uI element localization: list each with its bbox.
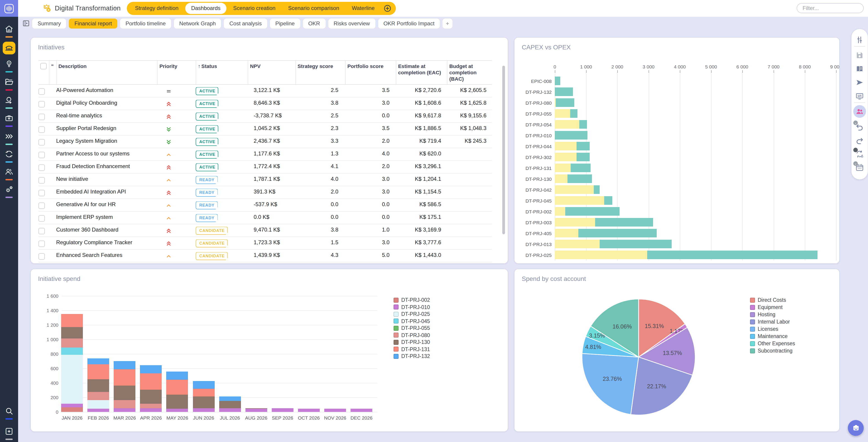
table-row[interactable]: Regulatory Compliance TrackerCANDIDATE1,…: [38, 237, 492, 250]
legend-item[interactable]: Equipment: [750, 304, 783, 310]
legend-item[interactable]: Direct Costs: [750, 297, 786, 303]
sidebar-item-refresh[interactable]: [0, 149, 18, 163]
initiative-description[interactable]: Regulatory Compliance Tracker: [56, 237, 157, 249]
row-checkbox[interactable]: [38, 152, 45, 158]
legend-item[interactable]: Maintenance: [750, 333, 787, 339]
stacked-bar[interactable]: [555, 196, 612, 205]
app-logo[interactable]: [0, 0, 18, 17]
row-checkbox[interactable]: [38, 215, 45, 222]
table-row[interactable]: Embedded AI Integration APIREADY391.3 K$…: [38, 186, 492, 199]
initiative-description[interactable]: Generative AI for our HR: [56, 199, 157, 211]
toolbar-sliders-icon[interactable]: [855, 35, 864, 45]
pie-slice-licenses[interactable]: [582, 353, 639, 414]
workspace-tab-strategy-definition[interactable]: Strategy definition: [129, 3, 184, 14]
initiative-description[interactable]: Enhanced Search Features: [56, 250, 157, 262]
sidebar-item-briefcase[interactable]: [0, 114, 18, 127]
initiative-description[interactable]: Digital Policy Onboarding: [56, 98, 157, 110]
sidebar-item-gears[interactable]: [0, 185, 18, 198]
initiative-description[interactable]: Customer 360 Dashboard: [56, 225, 157, 237]
row-checkbox[interactable]: [38, 228, 45, 234]
row-checkbox[interactable]: [38, 203, 45, 209]
collapse-panel-icon[interactable]: [22, 20, 30, 27]
table-row[interactable]: Implement ERP systemREADY0.0 K$0.00.0K$ …: [38, 212, 492, 225]
select-all-checkbox[interactable]: [40, 63, 46, 69]
row-checkbox[interactable]: [38, 165, 45, 171]
row-checkbox[interactable]: [38, 89, 45, 95]
table-row[interactable]: Digital Policy OnboardingACTIVE8,646.3 K…: [38, 98, 492, 110]
row-checkbox[interactable]: [38, 177, 45, 184]
workspace-tab-scenario-creation[interactable]: Scenario creation: [227, 3, 281, 14]
stacked-bar[interactable]: [555, 153, 590, 161]
stacked-bar[interactable]: [555, 131, 588, 140]
table-row[interactable]: Customer 360 DashboardCANDIDATE9,470.1 K…: [38, 225, 492, 237]
initiative-description[interactable]: Real-time analytics: [56, 110, 157, 123]
column-header-Budget at completion (BAC)[interactable]: Budget at completion (BAC): [447, 61, 492, 85]
filter-input[interactable]: [797, 3, 864, 13]
assistant-fab[interactable]: [848, 420, 864, 436]
legend-item[interactable]: DT-PRJ-080: [394, 332, 430, 338]
sidebar-item-home[interactable]: [0, 25, 18, 38]
initiative-description[interactable]: Embedded AI Integration API: [56, 186, 157, 199]
toolbar-people-icon[interactable]: [855, 107, 864, 116]
toolbar-redo-icon[interactable]: [855, 136, 864, 145]
stacked-bar[interactable]: [555, 251, 817, 259]
workspace-chevron-down-icon[interactable]: [112, 4, 120, 12]
table-row[interactable]: Legacy System MigrationACTIVE2,436.7 K$3…: [38, 136, 492, 148]
sidebar-item-search[interactable]: [0, 407, 18, 419]
stacked-bar[interactable]: [555, 142, 589, 150]
workspace-tab-waterline[interactable]: Waterline: [346, 3, 381, 14]
table-row[interactable]: Fraud Detection EnhancementACTIVE1,772.4…: [38, 161, 492, 174]
stacked-bar[interactable]: [555, 164, 590, 172]
stacked-bar[interactable]: [555, 229, 657, 237]
sidebar-item-folder-open[interactable]: [0, 78, 18, 91]
legend-item[interactable]: DT-PRJ-132: [394, 353, 430, 359]
table-row[interactable]: Generative AI for our HRREADY-537.9 K$0.…: [38, 199, 492, 212]
stacked-bar[interactable]: [555, 185, 600, 194]
column-header-Estimate at completion (EAC)[interactable]: Estimate at completion (EAC): [396, 61, 447, 85]
toolbar-book-icon[interactable]: [855, 64, 864, 73]
column-header-NPV[interactable]: NPV: [248, 61, 295, 85]
row-checkbox[interactable]: [38, 114, 45, 120]
add-dashboard-tab-icon[interactable]: [443, 19, 453, 29]
initiative-description[interactable]: Embedded Logistics Pilot: [56, 263, 157, 264]
column-header-Portfolio score[interactable]: Portfolio score: [345, 61, 396, 85]
stacked-bar[interactable]: [555, 109, 577, 118]
initiative-description[interactable]: Implement ERP system: [56, 212, 157, 224]
table-row[interactable]: Supplier Portal RedesignACTIVE1,045.2 K$…: [38, 123, 492, 136]
dashboard-tab-okr-portfolio-impact[interactable]: OKR Portfolio Impact: [378, 19, 440, 29]
stacked-bar[interactable]: [555, 240, 672, 248]
legend-item[interactable]: Subcontracting: [750, 348, 793, 353]
sidebar-item-lightbulb[interactable]: [0, 59, 18, 72]
initiative-description[interactable]: Partner Access to our systems: [56, 148, 157, 160]
legend-item[interactable]: Hosting: [750, 312, 775, 317]
row-checkbox[interactable]: [38, 101, 45, 108]
dashboard-tab-risks-overview[interactable]: Risks overview: [328, 19, 375, 29]
initiative-description[interactable]: Supplier Portal Redesign: [56, 123, 157, 135]
stacked-bar[interactable]: [555, 207, 620, 216]
sidebar-item-portfolio-strategy[interactable]: [0, 42, 18, 54]
initiative-description[interactable]: Fraud Detection Enhancement: [56, 161, 157, 173]
row-checkbox[interactable]: [38, 127, 45, 133]
legend-item[interactable]: Other Expenses: [750, 341, 795, 346]
dashboard-tab-cost-analysis[interactable]: Cost analysis: [224, 19, 267, 29]
stacked-bar[interactable]: [555, 120, 587, 129]
stacked-bar[interactable]: [555, 218, 653, 227]
initiative-description[interactable]: New initiative: [56, 174, 157, 186]
table-row[interactable]: Enhanced Search FeaturesCANDIDATE1,439.9…: [38, 250, 492, 263]
legend-item[interactable]: DT-PRJ-045: [394, 318, 430, 324]
row-checkbox[interactable]: [38, 139, 45, 146]
initiative-description[interactable]: AI-Powered Automation: [56, 85, 157, 97]
dashboard-tab-pipeline[interactable]: Pipeline: [270, 19, 300, 29]
legend-item[interactable]: Licenses: [750, 326, 778, 332]
sidebar-item-people[interactable]: [0, 167, 18, 180]
legend-item[interactable]: DT-PRJ-010: [394, 304, 430, 310]
table-scrollbar[interactable]: [502, 66, 505, 234]
row-checkbox[interactable]: [38, 254, 45, 260]
dashboard-tab-financial-report[interactable]: Financial report: [69, 19, 117, 29]
legend-item[interactable]: DT-PRJ-002: [394, 297, 430, 303]
workspace-tab-scenario-comparison[interactable]: Scenario comparison: [282, 3, 345, 14]
column-header-Description[interactable]: Description: [56, 61, 157, 85]
stacked-bar[interactable]: [555, 77, 560, 85]
table-row[interactable]: Embedded Logistics PilotCANDIDATE-35.0 K…: [38, 263, 492, 264]
dashboard-tab-network-graph[interactable]: Network Graph: [174, 19, 221, 29]
